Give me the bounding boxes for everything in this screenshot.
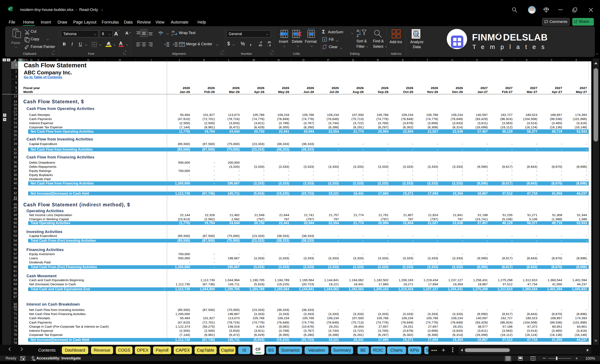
svg-text:Z: Z bbox=[357, 34, 359, 38]
svg-text:ab: ab bbox=[172, 30, 175, 33]
svg-text:A: A bbox=[357, 29, 359, 33]
svg-text:c: c bbox=[172, 33, 173, 36]
svg-text:ab: ab bbox=[159, 31, 162, 34]
svg-text:x: x bbox=[9, 8, 10, 10]
